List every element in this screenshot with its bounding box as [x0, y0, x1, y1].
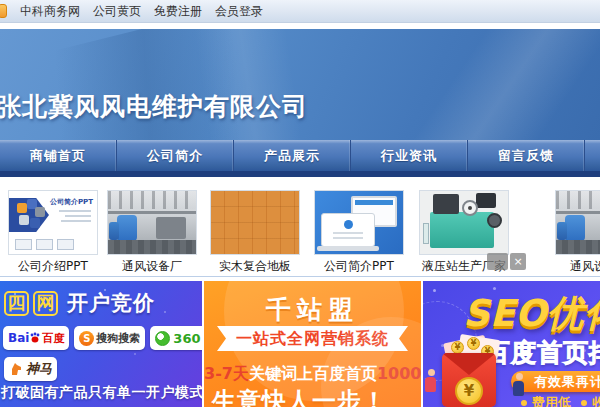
ad-banner-qianzhanmeng[interactable]: 千站盟 一站式全网营销系统 3-7天关键词上百度首页1000+ 生意快人一步！	[204, 281, 421, 407]
qianzhanmeng-slogan: 生意快人一步！	[212, 385, 387, 407]
four-net-title-rest: 开户竞价	[67, 289, 155, 317]
product-caption[interactable]: 实木复合地板	[210, 258, 300, 275]
person-illustration	[513, 373, 525, 396]
product-thumbnail-hydraulic-station[interactable]	[419, 190, 509, 255]
product-thumbnail-ppt-profile[interactable]	[314, 190, 404, 255]
ad-close-button[interactable]: ×	[510, 253, 526, 270]
sogou-s-icon: S	[79, 331, 94, 346]
page: 中科商务网 公司黄页 免费注册 会员登录 张北冀风风电维护有限公司 商铺首页 公…	[0, 0, 600, 407]
product-caption[interactable]: 通风设备厂	[555, 258, 600, 275]
nav-item-feedback[interactable]: 留言反馈	[468, 140, 585, 171]
shenma-logo: 神马	[4, 357, 57, 381]
topbar-link-home[interactable]: 中科商务网	[20, 3, 80, 20]
nav-item-products[interactable]: 产品展示	[234, 140, 351, 171]
person-illustration	[425, 369, 437, 392]
carousel-divider	[0, 276, 600, 277]
nav-item-industry-news[interactable]: 行业资讯	[351, 140, 468, 171]
product-item[interactable]: 公司简介PPT	[314, 190, 404, 275]
360-logo: 360	[150, 326, 202, 350]
baidu-logo: Bai 百度	[3, 326, 69, 350]
product-thumbnail-ventilation-factory[interactable]	[107, 190, 197, 255]
four-net-title: 四 网 开户竞价	[4, 289, 155, 317]
sogou-logo: S 搜狗搜索	[74, 326, 145, 350]
ad-banner-four-net[interactable]: 四 网 开户竞价 Bai 百度 S 搜狗搜索	[0, 281, 202, 407]
product-caption[interactable]: 公司简介PPT	[314, 258, 404, 275]
product-carousel: 公司简介PPT 公司介绍PPT 通风设备厂 实木复合	[0, 177, 600, 276]
product-caption[interactable]: 通风设备厂	[107, 258, 197, 275]
shenma-horse-icon	[9, 362, 23, 376]
boxed-char: 网	[33, 291, 58, 316]
coin-icon: ¥	[467, 337, 480, 350]
product-item[interactable]: 实木复合地板	[210, 190, 300, 275]
main-nav: 商铺首页 公司简介 产品展示 行业资讯 留言反馈	[0, 140, 600, 171]
company-name-title: 张北冀风风电维护有限公司	[0, 90, 308, 123]
company-banner: 张北冀风风电维护有限公司	[0, 29, 600, 140]
ppt-slide-title: 公司简介PPT	[50, 197, 93, 207]
product-caption[interactable]: 公司介绍PPT	[8, 258, 98, 275]
qianzhanmeng-ribbon: 一站式全网营销系统	[217, 326, 408, 351]
ad-label-overlay	[487, 253, 508, 270]
nav-item-company-profile[interactable]: 公司简介	[117, 140, 234, 171]
topbar-link-login[interactable]: 会员登录	[215, 3, 263, 20]
four-net-slogan: 打破固有产品只有单一开户模式	[1, 384, 202, 402]
qianzhanmeng-title: 千站盟	[204, 293, 421, 326]
360-circle-icon	[155, 331, 170, 346]
site-logo-icon	[0, 4, 7, 18]
product-thumbnail-wood-floor[interactable]	[210, 190, 300, 255]
qianzhanmeng-keyword-line: 3-7天关键词上百度首页1000+	[204, 364, 421, 385]
baidu-paw-icon	[29, 332, 41, 344]
red-envelope-illustration: ¥ ¥ ¥ ¥	[437, 337, 503, 407]
product-thumbnail-ventilation-factory[interactable]	[555, 190, 600, 255]
boxed-char: 四	[4, 291, 29, 316]
ad-banner-seo[interactable]: SEO优化 百度首页排名 有效果再计费 费用低 收 ¥ ¥ ¥ ¥	[423, 281, 600, 407]
topbar: 中科商务网 公司黄页 免费注册 会员登录	[0, 0, 600, 23]
dots-decoration	[433, 289, 436, 292]
product-thumbnail-ppt-intro[interactable]: 公司简介PPT	[8, 190, 98, 255]
big-coin-icon: ¥	[455, 377, 483, 405]
product-item[interactable]: 通风设备厂	[555, 190, 600, 275]
topbar-link-yellow-pages[interactable]: 公司黄页	[93, 3, 141, 20]
product-item[interactable]: 通风设备厂	[107, 190, 197, 275]
seo-title: SEO优化	[463, 289, 600, 339]
ad-row: 四 网 开户竞价 Bai 百度 S 搜狗搜索	[0, 281, 600, 407]
product-item[interactable]: 公司简介PPT 公司介绍PPT	[8, 190, 98, 275]
nav-item-shop-home[interactable]: 商铺首页	[0, 140, 117, 171]
topbar-link-register[interactable]: 免费注册	[154, 3, 202, 20]
